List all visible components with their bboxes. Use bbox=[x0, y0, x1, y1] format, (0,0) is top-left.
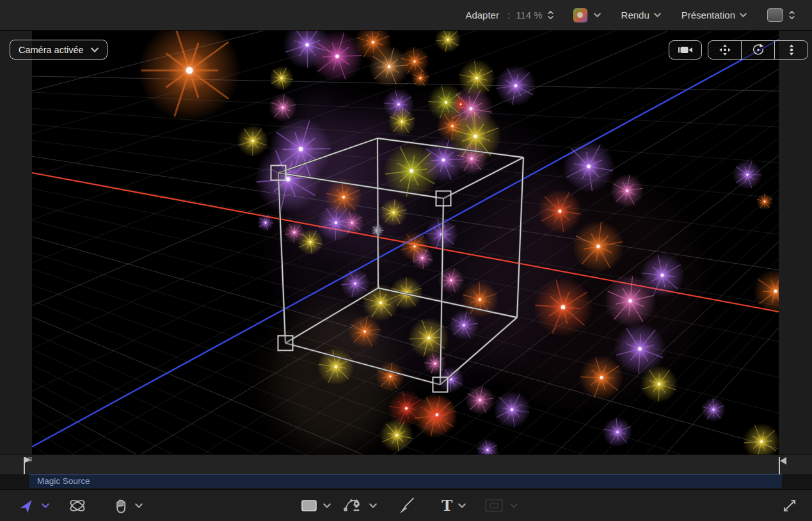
particle-star bbox=[379, 198, 408, 227]
particle-star bbox=[348, 315, 381, 348]
particle-star bbox=[534, 278, 593, 337]
pan-camera-button[interactable] bbox=[708, 41, 741, 59]
text-tool-icon: T bbox=[442, 497, 452, 514]
particle-star bbox=[452, 96, 469, 113]
particle-star bbox=[257, 214, 274, 231]
particle-star bbox=[743, 423, 779, 454]
rectangle-icon bbox=[301, 499, 317, 512]
particle-star bbox=[411, 69, 430, 88]
bezier-tool[interactable] bbox=[343, 490, 377, 521]
hand-icon bbox=[113, 497, 129, 514]
chevron-down-icon bbox=[42, 503, 49, 508]
render-menu[interactable]: Rendu bbox=[621, 10, 661, 20]
image-mask-tool-disabled bbox=[484, 490, 518, 521]
particle-star bbox=[424, 353, 447, 375]
camera-popup-button[interactable]: Caméra activée bbox=[10, 40, 107, 60]
cube-corner-handle[interactable] bbox=[271, 166, 286, 180]
cube-corner-handle[interactable] bbox=[433, 378, 448, 392]
channels-popup[interactable] bbox=[573, 8, 601, 22]
chevron-down-icon bbox=[594, 13, 601, 17]
pan-camera-icon bbox=[718, 43, 732, 57]
orbit-camera-button[interactable] bbox=[741, 41, 774, 59]
play-range-start-marker[interactable] bbox=[23, 457, 33, 474]
video-camera-icon bbox=[677, 44, 694, 56]
transform-3d-icon bbox=[68, 496, 87, 515]
particle-star bbox=[456, 143, 487, 174]
rectangle-tool[interactable] bbox=[301, 490, 331, 521]
chevron-down-icon bbox=[654, 13, 661, 17]
chevron-down-icon bbox=[91, 47, 99, 52]
zoom-value: 114 % bbox=[516, 10, 542, 20]
transform-3d-tool[interactable] bbox=[68, 490, 87, 521]
particle-star bbox=[269, 66, 294, 90]
particle-star bbox=[753, 269, 779, 314]
particle-star bbox=[425, 218, 458, 251]
particle-star bbox=[701, 397, 726, 422]
chevron-down-icon bbox=[740, 13, 747, 17]
timeline-track[interactable]: Magic Source bbox=[0, 474, 812, 489]
particle-star bbox=[477, 439, 499, 454]
particle-star bbox=[340, 269, 370, 298]
particle-star bbox=[641, 365, 678, 403]
dolly-camera-button[interactable] bbox=[774, 41, 808, 59]
scene-camera-button[interactable] bbox=[669, 40, 702, 60]
cube-corner-handle[interactable] bbox=[278, 336, 293, 351]
particle-star bbox=[449, 310, 479, 340]
timeline-clip[interactable]: Magic Source bbox=[29, 474, 782, 488]
text-tool[interactable]: T bbox=[442, 490, 466, 521]
image-mask-icon bbox=[484, 498, 504, 513]
particle-star bbox=[317, 204, 354, 241]
particle-star bbox=[572, 220, 624, 272]
stepper-icon bbox=[788, 10, 795, 20]
select-arrow-icon bbox=[20, 497, 36, 514]
particle-star bbox=[495, 65, 536, 106]
chevron-down-icon bbox=[510, 503, 518, 508]
particle-star bbox=[465, 385, 495, 415]
particle-star bbox=[756, 193, 773, 210]
particle-star bbox=[411, 247, 434, 269]
particle-star bbox=[604, 275, 656, 326]
particle-star bbox=[138, 31, 241, 122]
timeline-clip-label: Magic Source bbox=[37, 476, 90, 486]
presentation-menu-label: Présentation bbox=[681, 10, 735, 20]
timeline-marker-strip[interactable] bbox=[0, 454, 812, 474]
color-channels-icon bbox=[573, 8, 587, 22]
canvas-viewport[interactable] bbox=[32, 31, 779, 454]
camera-popup-label: Caméra activée bbox=[19, 45, 84, 55]
expand-icon bbox=[781, 497, 798, 514]
particle-star bbox=[408, 317, 449, 358]
cube-corner-handle[interactable] bbox=[436, 191, 451, 206]
chevron-down-icon bbox=[458, 503, 466, 508]
particle-star bbox=[388, 108, 416, 136]
chevron-down-icon bbox=[323, 503, 331, 508]
particle-star bbox=[733, 160, 762, 189]
expand-canvas-button[interactable] bbox=[781, 490, 798, 521]
zoom-fit-label: Adapter bbox=[465, 10, 499, 20]
presentation-menu[interactable]: Présentation bbox=[681, 10, 747, 20]
render-menu-label: Rendu bbox=[621, 10, 649, 20]
particle-star bbox=[237, 125, 268, 156]
camera-control-group bbox=[708, 40, 808, 60]
pan-tool[interactable] bbox=[113, 490, 143, 521]
particle-star bbox=[255, 146, 321, 212]
zoom-level-control[interactable]: Adapter : 114 % bbox=[465, 10, 553, 20]
orbit-camera-icon bbox=[751, 43, 765, 57]
tool-bar: T bbox=[0, 489, 812, 521]
canvas-workspace: Caméra activée bbox=[0, 31, 812, 454]
chevron-down-icon bbox=[135, 503, 143, 508]
particle-star bbox=[562, 140, 614, 192]
particle-star bbox=[435, 31, 461, 52]
particle-star bbox=[537, 189, 582, 234]
zoom-separator: : bbox=[507, 10, 510, 20]
particle-star bbox=[579, 355, 624, 400]
paintbrush-icon bbox=[398, 497, 417, 515]
particle-star bbox=[388, 390, 425, 427]
select-tool[interactable] bbox=[20, 490, 49, 521]
canvas-toolbar: Adapter : 114 % Rendu Présentation bbox=[0, 0, 812, 31]
view-layouts-control[interactable] bbox=[767, 8, 795, 22]
play-range-end-marker[interactable] bbox=[778, 457, 788, 474]
stepper-icon[interactable] bbox=[547, 10, 554, 20]
bezier-pen-icon bbox=[343, 497, 363, 515]
paintbrush-tool[interactable] bbox=[398, 490, 417, 521]
dolly-camera-icon bbox=[784, 43, 799, 57]
